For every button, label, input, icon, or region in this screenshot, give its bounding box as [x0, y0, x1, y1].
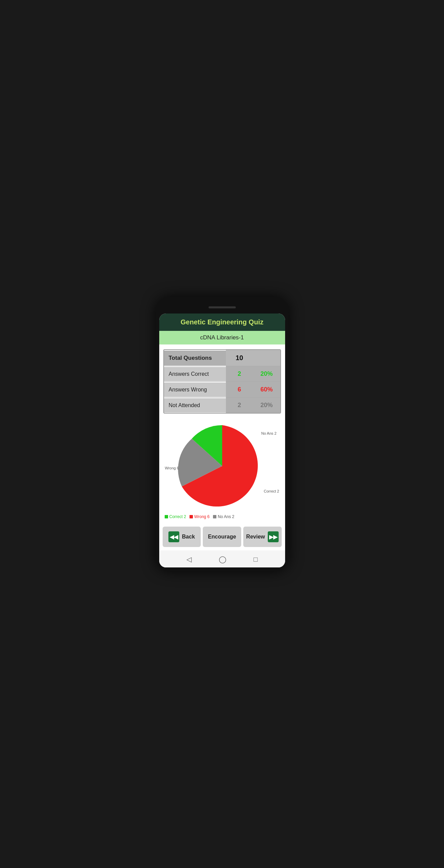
phone-frame: Genetic Engineering Quiz cDNA Libraries-…: [156, 297, 289, 571]
pie-chart: [178, 422, 266, 510]
chart-legend: Correct 2 Wrong 6 No Ans 2: [159, 510, 285, 522]
not-attended-label: Not Attended: [164, 398, 226, 413]
legend-no-ans: No Ans 2: [213, 514, 234, 519]
review-label: Review: [246, 534, 265, 540]
total-values: 10: [226, 350, 280, 366]
legend-dot-wrong: [190, 515, 193, 518]
back-button[interactable]: ◀◀ Back: [163, 527, 201, 547]
back-icon: ◀◀: [168, 531, 179, 542]
bottom-buttons: ◀◀ Back Encourage Review ▶▶: [159, 522, 285, 550]
not-attended-pct: 20%: [253, 398, 280, 413]
legend-label-correct: Correct 2: [169, 514, 186, 519]
pie-label-correct: Correct 2: [264, 489, 279, 493]
review-icon: ▶▶: [268, 531, 279, 542]
review-button[interactable]: Review ▶▶: [243, 527, 282, 547]
legend-label-wrong: Wrong 6: [194, 514, 210, 519]
legend-wrong: Wrong 6: [190, 514, 210, 519]
encourage-label: Encourage: [208, 534, 236, 540]
wrong-row: Answers Wrong 6 60%: [164, 382, 280, 398]
not-attended-num: 2: [226, 398, 253, 413]
correct-label: Answers Correct: [164, 367, 226, 381]
app-header: Genetic Engineering Quiz: [159, 314, 285, 331]
pie-label-wrong: Wrong 6: [165, 466, 179, 470]
app-title: Genetic Engineering Quiz: [163, 318, 282, 326]
legend-correct: Correct 2: [165, 514, 186, 519]
total-pct: [253, 350, 280, 366]
home-nav-icon[interactable]: ◯: [219, 555, 226, 563]
status-notch: [209, 306, 236, 308]
total-num: 10: [226, 350, 253, 366]
recent-nav-icon[interactable]: □: [253, 556, 258, 563]
chart-area: No Ans 2 Correct 2 Wrong 6: [159, 418, 285, 510]
wrong-pct: 60%: [253, 382, 280, 397]
quiz-subtitle: cDNA Libraries-1: [163, 334, 282, 341]
wrong-label: Answers Wrong: [164, 383, 226, 397]
stats-table: Total Questions 10 Answers Correct 2 20%…: [163, 349, 281, 414]
wrong-num: 6: [226, 382, 253, 397]
screen: Genetic Engineering Quiz cDNA Libraries-…: [159, 314, 285, 567]
not-attended-row: Not Attended 2 20%: [164, 398, 280, 413]
not-attended-values: 2 20%: [226, 398, 280, 413]
legend-dot-correct: [165, 515, 168, 518]
correct-pct: 20%: [253, 366, 280, 382]
quiz-subtitle-bar: cDNA Libraries-1: [159, 331, 285, 344]
status-bar: [159, 304, 285, 311]
pie-label-no-ans: No Ans 2: [261, 431, 277, 435]
encourage-button[interactable]: Encourage: [203, 527, 241, 547]
total-questions-row: Total Questions 10: [164, 350, 280, 366]
nav-bar: ◁ ◯ □: [159, 550, 285, 567]
legend-label-noans: No Ans 2: [218, 514, 234, 519]
total-label: Total Questions: [164, 351, 226, 366]
correct-num: 2: [226, 366, 253, 382]
back-label: Back: [182, 534, 195, 540]
wrong-values: 6 60%: [226, 382, 280, 397]
pie-container: No Ans 2 Correct 2 Wrong 6: [178, 422, 266, 510]
back-nav-icon[interactable]: ◁: [186, 555, 192, 563]
correct-row: Answers Correct 2 20%: [164, 366, 280, 382]
legend-dot-noans: [213, 515, 216, 518]
correct-values: 2 20%: [226, 366, 280, 382]
